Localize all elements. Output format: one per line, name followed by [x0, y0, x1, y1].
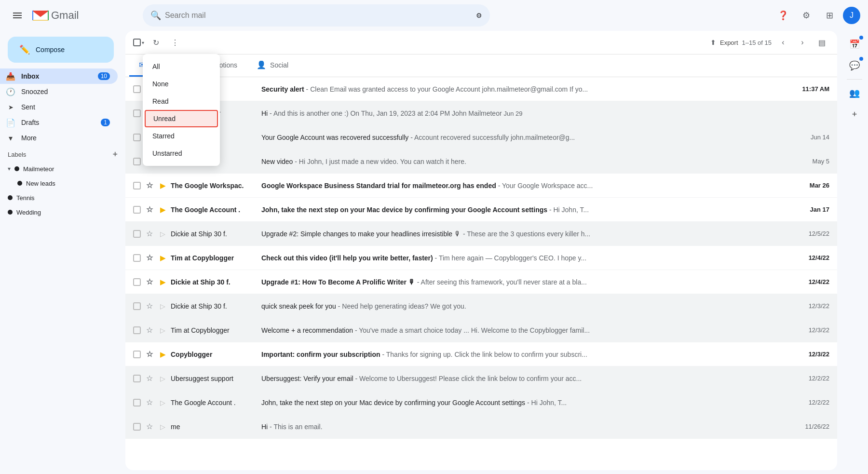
next-page-button[interactable]: › [795, 35, 810, 50]
email-star[interactable]: ☆ [145, 229, 154, 238]
email-checkbox[interactable] [133, 399, 141, 406]
snoozed-icon: 🕐 [6, 87, 15, 96]
label-new-leads[interactable]: New leads [0, 176, 118, 190]
select-all-checkbox[interactable] [133, 39, 141, 46]
dropdown-item-unstarred[interactable]: Unstarred [143, 145, 220, 162]
email-row[interactable]: ☆ ▶ Copyblogger Important: confirm your … [125, 342, 837, 366]
email-checkbox[interactable] [133, 375, 141, 382]
prev-page-button[interactable]: ‹ [775, 35, 791, 50]
email-row[interactable]: ☆ ▷ me Hi - This is an email. 11/26/22 [125, 415, 837, 439]
email-star[interactable]: ☆ [145, 181, 154, 190]
help-icon[interactable]: ❓ [773, 6, 793, 25]
email-row[interactable]: ☆ ▷ me New video - Hi John, I just made … [125, 149, 837, 174]
sidebar-item-snoozed[interactable]: 🕐 Snoozed [0, 84, 118, 99]
email-star[interactable]: ☆ [145, 374, 154, 383]
avatar[interactable]: J [843, 7, 860, 24]
right-sidebar: 📅 💬 👥 + [841, 31, 868, 474]
label-mailmeteor[interactable]: ▾ Mailmeteor [0, 162, 118, 176]
email-sender: Dickie at Ship 30 f. [171, 278, 258, 286]
email-date: Jun 14 [791, 134, 829, 141]
email-checkbox[interactable] [133, 230, 141, 238]
label-tennis[interactable]: Tennis [0, 190, 118, 205]
density-button[interactable]: ▤ [814, 35, 829, 50]
email-row[interactable]: ☆ ▶ The Google Account . John, take the … [125, 198, 837, 222]
dropdown-item-starred[interactable]: Starred [143, 127, 220, 145]
right-icon-calendar[interactable]: 📅 [845, 35, 864, 54]
email-row[interactable]: ☆ ▶ The Google Workspac. Google Workspac… [125, 174, 837, 198]
email-checkbox[interactable] [133, 206, 141, 214]
email-sender: Tim at Copyblogger [171, 254, 258, 262]
email-row[interactable]: ☆ ▷ Dickie at Ship 30 f. quick sneak pee… [125, 294, 837, 318]
export-label[interactable]: Export [720, 39, 738, 46]
dropdown-item-unread[interactable]: Unread [145, 110, 218, 127]
email-checkbox[interactable] [133, 278, 141, 286]
inbox-label: Inbox [21, 72, 92, 80]
email-checkbox[interactable] [133, 158, 141, 165]
email-checkbox[interactable] [133, 254, 141, 262]
label-wedding[interactable]: Wedding [0, 205, 118, 219]
compose-button[interactable]: ✏️ Compose [8, 37, 114, 63]
email-row[interactable]: ☆ ▶ Tim at Copyblogger Check out this vi… [125, 246, 837, 270]
email-row[interactable]: ☆ ▷ Tim at Copyblogger Welcome + a recom… [125, 318, 837, 342]
toolbar-right: ⬆ Export 1–15 of 15 ‹ › ▤ [710, 35, 829, 50]
email-row[interactable]: ☆ ▷ The Google Account . John, take the … [125, 391, 837, 415]
email-subject: Hi - And this is another one :) On Thu, … [261, 109, 829, 117]
more-options-button[interactable]: ⋮ [167, 35, 183, 50]
email-checkbox[interactable] [133, 109, 141, 117]
email-checkbox[interactable] [133, 182, 141, 190]
email-checkbox[interactable] [133, 423, 141, 431]
search-input[interactable] [165, 11, 472, 20]
right-icon-people[interactable]: 👥 [845, 83, 864, 103]
refresh-button[interactable]: ↻ [148, 35, 163, 50]
apps-icon[interactable]: ⊞ [820, 6, 839, 25]
label-new-leads-text: New leads [26, 180, 55, 187]
sent-icon: ➤ [6, 104, 15, 111]
email-star[interactable]: ☆ [145, 301, 154, 311]
email-row[interactable]: ☆ ▶ Dickie at Ship 30 f. Upgrade #1: How… [125, 270, 837, 294]
sidebar-item-sent[interactable]: ➤ Sent [0, 99, 118, 115]
dropdown-item-all[interactable]: All [143, 58, 220, 75]
email-row[interactable]: ☆ ▷ Google Your Google Account was recov… [125, 125, 837, 149]
email-checkbox[interactable] [133, 351, 141, 358]
right-icon-chat[interactable]: 💬 [845, 56, 864, 75]
email-star[interactable]: ☆ [145, 350, 154, 359]
select-dropdown-arrow[interactable]: ▾ [142, 40, 144, 45]
dropdown-item-none[interactable]: None [143, 75, 220, 93]
email-checkbox[interactable] [133, 134, 141, 141]
email-subject: Check out this video (it'll help you wri… [261, 254, 787, 262]
email-star[interactable]: ☆ [145, 253, 154, 262]
email-checkbox[interactable] [133, 302, 141, 310]
tab-social[interactable]: 👤 Social [247, 54, 298, 77]
sidebar-item-more[interactable]: ▾ More [0, 130, 118, 146]
email-sender: Ubersuggest support [171, 375, 258, 382]
email-row[interactable]: ☆ ▶ Google Security alert - Clean Email … [125, 77, 837, 101]
label-dot-mailmeteor [14, 166, 19, 171]
email-star[interactable]: ☆ [145, 422, 154, 431]
right-icon-add[interactable]: + [845, 105, 864, 124]
email-row[interactable]: ☆ ▷ Dickie at Ship 30 f. Upgrade #2: Sim… [125, 222, 837, 246]
hamburger-icon[interactable] [8, 6, 27, 25]
email-checkbox[interactable] [133, 326, 141, 334]
email-checkbox[interactable] [133, 85, 141, 93]
email-star[interactable]: ☆ [145, 325, 154, 335]
email-date: 12/4/22 [791, 278, 829, 285]
email-label-icon: ▷ [158, 423, 167, 431]
search-options-icon[interactable]: ⚙ [476, 12, 482, 19]
email-star[interactable]: ☆ [145, 205, 154, 214]
email-star[interactable]: ☆ [145, 398, 154, 407]
email-toolbar: ▾ All None Read Unread Starred Unstarred… [125, 31, 837, 54]
email-sender: me [171, 423, 258, 431]
snoozed-label: Snoozed [21, 88, 110, 95]
email-subject: quick sneak peek for you - Need help gen… [261, 302, 787, 310]
email-star[interactable]: ☆ [145, 277, 154, 286]
dropdown-item-read[interactable]: Read [143, 93, 220, 110]
topbar-right: ❓ ⚙ ⊞ J [773, 6, 860, 25]
sidebar-item-inbox[interactable]: 📥 Inbox 10 [0, 68, 118, 84]
email-row[interactable]: ☆ ▷ Ubersuggest support Ubersuggest: Ver… [125, 366, 837, 391]
settings-icon[interactable]: ⚙ [797, 6, 816, 25]
add-label-icon[interactable]: + [112, 149, 118, 160]
email-subject: Upgrade #1: How To Become A Prolific Wri… [261, 278, 787, 286]
email-row[interactable]: ☆ ▶ John Mailmeteor Hi - And this is ano… [125, 101, 837, 125]
sidebar-item-drafts[interactable]: 📄 Drafts 1 [0, 115, 118, 130]
email-label-icon: ▶ [158, 278, 167, 286]
